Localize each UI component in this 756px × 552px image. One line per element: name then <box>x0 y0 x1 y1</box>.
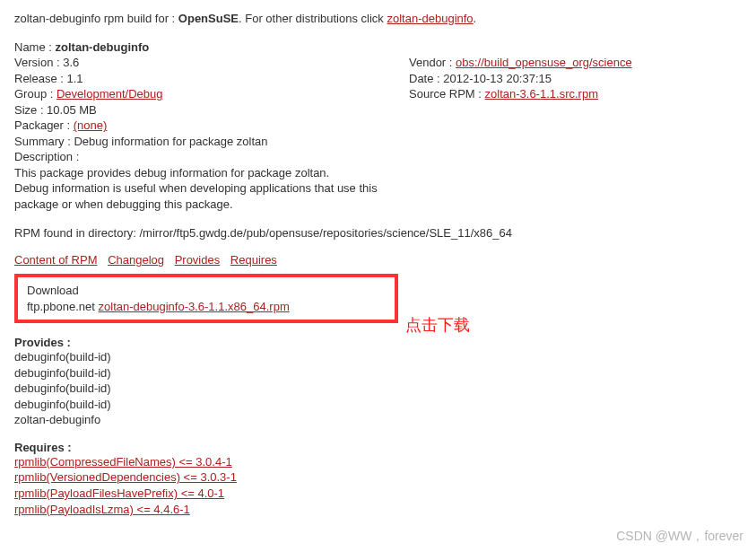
vendor-row: Vendor : obs://build_opensuse_org/scienc… <box>409 55 742 71</box>
requires-list: rpmlib(CompressedFileNames) <= 3.0.4-1 r… <box>14 454 742 517</box>
provides-link[interactable]: Provides <box>175 253 221 267</box>
group-label: Group : <box>14 87 56 101</box>
packager-label: Packager : <box>14 118 74 132</box>
name-row: Name : zoltan-debuginfo <box>14 39 742 56</box>
list-item: debuginfo(build-id) <box>14 381 742 397</box>
rpm-found: RPM found in directory: /mirror/ftp5.gwd… <box>14 225 742 241</box>
annotation-text: 点击下载 <box>405 314 470 336</box>
requires-heading: Requires : <box>14 441 742 454</box>
list-item: rpmlib(CompressedFileNames) <= 3.0.4-1 <box>14 454 742 470</box>
list-item: rpmlib(VersionedDependencies) <= 3.0.3-1 <box>14 469 742 486</box>
source-row: Source RPM : zoltan-3.6-1.1.src.rpm <box>409 86 742 102</box>
source-label: Source RPM : <box>409 87 485 101</box>
release: Release : 1.1 <box>14 71 409 87</box>
name-label: Name : <box>14 40 56 54</box>
list-item: rpmlib(PayloadFilesHavePrefix) <= 4.0-1 <box>14 486 742 502</box>
desc-l3: package or when debugging this package. <box>14 197 742 213</box>
desc-l2: Debug information is useful when develop… <box>14 180 742 197</box>
description-label: Description : <box>14 149 409 165</box>
requires-link-item[interactable]: rpmlib(VersionedDependencies) <= 3.0.3-1 <box>14 470 237 484</box>
download-file-link[interactable]: zoltan-debuginfo-3.6-1.1.x86_64.rpm <box>99 300 290 313</box>
date: Date : 2012-10-13 20:37:15 <box>409 71 742 87</box>
group-row: Group : Development/Debug <box>14 86 409 102</box>
section-links: Content of RPM Changelog Provides Requir… <box>14 253 742 267</box>
vendor-label: Vendor : <box>409 56 456 69</box>
packager-link[interactable]: (none) <box>74 118 108 132</box>
header-link[interactable]: zoltan-debuginfo <box>387 12 473 25</box>
header-suffix: . <box>474 12 477 25</box>
summary: Summary : Debug information for package … <box>14 134 409 150</box>
download-title: Download <box>27 283 386 299</box>
provides-list: debuginfo(build-id) debuginfo(build-id) … <box>14 349 742 428</box>
header-mid: . For other distributions click <box>239 12 387 25</box>
requires-link-item[interactable]: rpmlib(PayloadFilesHavePrefix) <= 4.0-1 <box>14 486 224 500</box>
size: Size : 10.05 MB <box>14 102 409 118</box>
provides-heading: Provides : <box>14 336 742 349</box>
requires-link-item[interactable]: rpmlib(CompressedFileNames) <= 3.0.4-1 <box>14 455 232 469</box>
requires-link[interactable]: Requires <box>230 253 277 267</box>
list-item: rpmlib(PayloadIsLzma) <= 4.4.6-1 <box>14 502 742 518</box>
download-host: ftp.pbone.net <box>27 300 99 313</box>
group-link[interactable]: Development/Debug <box>56 87 163 101</box>
list-item: debuginfo(build-id) <box>14 365 742 381</box>
download-box: Download ftp.pbone.net zoltan-debuginfo-… <box>14 274 398 323</box>
build-header: zoltan-debuginfo rpm build for : OpenSuS… <box>14 11 742 27</box>
list-item: debuginfo(build-id) <box>14 349 742 365</box>
desc-l1: This package provides debug information … <box>14 165 742 181</box>
download-row: ftp.pbone.net zoltan-debuginfo-3.6-1.1.x… <box>27 299 386 315</box>
changelog-link[interactable]: Changelog <box>108 253 164 267</box>
requires-link-item[interactable]: rpmlib(PayloadIsLzma) <= 4.4.6-1 <box>14 503 190 516</box>
header-distro: OpenSuSE <box>178 12 239 25</box>
version: Version : 3.6 <box>14 55 409 71</box>
source-link[interactable]: zoltan-3.6-1.1.src.rpm <box>485 87 598 101</box>
vendor-link[interactable]: obs://build_opensuse_org/science <box>456 56 632 69</box>
packager-row: Packager : (none) <box>14 118 409 134</box>
name-value: zoltan-debuginfo <box>56 40 150 54</box>
header-prefix: zoltan-debuginfo rpm build for : <box>14 12 178 25</box>
list-item: debuginfo(build-id) <box>14 397 742 413</box>
list-item: zoltan-debuginfo <box>14 412 742 428</box>
content-link[interactable]: Content of RPM <box>14 253 98 267</box>
